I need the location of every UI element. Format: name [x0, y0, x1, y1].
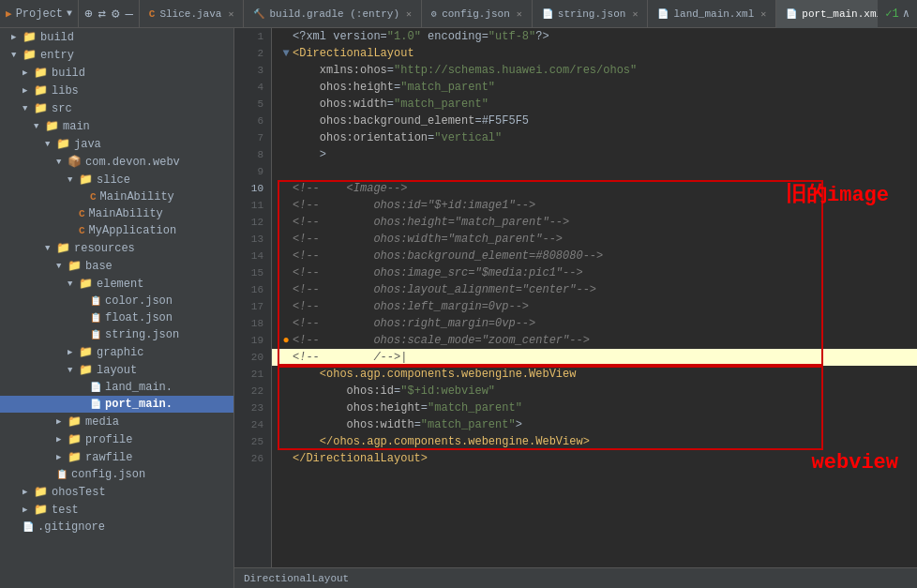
tab-string-json[interactable]: 📄 string.json ✕	[533, 0, 649, 28]
folder-icon: 📁	[56, 241, 70, 255]
folder-icon: 📁	[34, 485, 48, 499]
sidebar-item-land-main[interactable]: 📄 land_main.	[0, 379, 233, 396]
code-text: <!-- ohos:height="match_parent"-->	[293, 214, 569, 231]
tab-close-icon[interactable]: ✕	[760, 8, 766, 20]
tab-port-main-xml[interactable]: 📄 port_main.xml ✕	[776, 0, 878, 28]
code-line-9[interactable]	[272, 163, 917, 180]
chevron-up-icon[interactable]: ∧	[903, 7, 909, 21]
sidebar-item-main[interactable]: ▼ 📁 main	[0, 117, 233, 135]
sidebar-item-resources[interactable]: ▼ 📁 resources	[0, 239, 233, 257]
tab-close-icon[interactable]: ✕	[406, 8, 412, 20]
sidebar-item-label: layout	[97, 364, 137, 377]
tab-icon: 📄	[786, 8, 797, 20]
code-line-17[interactable]: <!-- ohos:left_margin=0vp-->	[272, 298, 917, 315]
sidebar-item-port-main[interactable]: 📄 port_main.	[0, 396, 233, 413]
code-line-11[interactable]: <!-- ohos:id="$+id:image1"-->	[272, 197, 917, 214]
code-line-25[interactable]: </ohos.agp.components.webengine.WebView>	[272, 433, 917, 450]
sidebar-item-label: base	[85, 260, 113, 273]
code-line-1[interactable]: <?xml version="1.0" encoding="utf-8"?>	[272, 28, 917, 45]
gutter-24	[279, 416, 293, 433]
sidebar-item-libs[interactable]: ▶ 📁 libs	[0, 82, 233, 99]
code-line-23[interactable]: ohos:height="match_parent"	[272, 400, 917, 416]
code-line-7[interactable]: ohos:orientation="vertical"	[272, 129, 917, 146]
sidebar-item-my-application[interactable]: C MyApplication	[0, 222, 233, 239]
line-number: 19	[234, 332, 271, 349]
code-line-10[interactable]: <!-- <Image-->	[272, 180, 917, 197]
sidebar-item-rawfile[interactable]: ▶ 📁 rawfile	[0, 448, 233, 466]
sidebar-item-label: rawfile	[85, 451, 132, 464]
tab-close-icon[interactable]: ✕	[517, 8, 522, 20]
code-line-18[interactable]: <!-- ohos:right_margin=0vp-->	[272, 315, 917, 332]
sidebar-item-src[interactable]: ▼ 📁 src	[0, 99, 233, 117]
sidebar-item-build-root[interactable]: ▶ 📁 build	[0, 28, 233, 46]
gutter-16	[279, 281, 293, 298]
project-label[interactable]: Project	[16, 8, 63, 21]
code-text: <!-- /-->|	[293, 349, 407, 366]
tab-slice-java[interactable]: C Slice.java ✕	[140, 0, 245, 28]
action-settings-icon[interactable]: ⚙	[112, 6, 119, 22]
code-line-12[interactable]: <!-- ohos:height="match_parent"-->	[272, 214, 917, 231]
sidebar-item-label: config.json	[71, 468, 145, 481]
tab-close-icon[interactable]: ✕	[228, 8, 233, 20]
sidebar-item-main-ability-slice[interactable]: C MainAbility	[0, 188, 233, 205]
xml-active-icon: 📄	[90, 399, 101, 410]
tab-config-json[interactable]: ⚙ config.json ✕	[422, 0, 533, 28]
folder-icon: 📁	[45, 119, 59, 133]
code-line-24[interactable]: ohos:width="match_parent">	[272, 416, 917, 433]
action-swap-icon[interactable]: ⇄	[98, 6, 106, 22]
tab-build-gradle[interactable]: 🔨 build.gradle (:entry) ✕	[244, 0, 422, 28]
sidebar-item-build-entry[interactable]: ▶ 📁 build	[0, 64, 233, 82]
sidebar-item-slice[interactable]: ▼ 📁 slice	[0, 171, 233, 188]
sidebar-item-java[interactable]: ▼ 📁 java	[0, 135, 233, 153]
sidebar-item-main-ability[interactable]: C MainAbility	[0, 205, 233, 222]
code-line-8[interactable]: >	[272, 146, 917, 163]
tab-close-icon[interactable]: ✕	[632, 8, 638, 20]
code-text: ohos:background_element=#F5F5F5	[293, 113, 529, 129]
code-line-5[interactable]: ohos:width="match_parent"	[272, 96, 917, 113]
action-add-icon[interactable]: ⊕	[84, 6, 92, 22]
sidebar-item-com-devon[interactable]: ▼ 📦 com.devon.webv	[0, 153, 233, 171]
sidebar-item-config-json[interactable]: 📋 config.json	[0, 466, 233, 483]
sidebar-item-test[interactable]: ▶ 📁 test	[0, 501, 233, 519]
sidebar-item-entry[interactable]: ▼ 📁 entry	[0, 46, 233, 64]
code-line-13[interactable]: <!-- ohos:width="match_parent"-->	[272, 231, 917, 248]
tab-label: Slice.java	[159, 8, 221, 20]
sidebar-item-gitignore[interactable]: 📄 .gitignore	[0, 519, 233, 535]
gutter-1	[279, 28, 293, 45]
package-icon: 📦	[68, 155, 82, 169]
code-line-2[interactable]: ▼ <DirectionalLayout	[272, 45, 917, 62]
code-line-20[interactable]: <!-- /-->|	[272, 349, 917, 366]
code-line-19[interactable]: ● <!-- ohos:scale_mode="zoom_center"-->	[272, 332, 917, 349]
code-line-21[interactable]: <ohos.agp.components.webengine.WebView	[272, 366, 917, 383]
gutter-21	[279, 366, 293, 383]
sidebar-item-profile[interactable]: ▶ 📁 profile	[0, 430, 233, 448]
line-number: 8	[234, 146, 271, 163]
gutter-22	[279, 383, 293, 400]
code-line-22[interactable]: ohos:id="$+id:webview"	[272, 383, 917, 400]
code-text: <!-- ohos:id="$+id:image1"-->	[293, 197, 535, 214]
code-line-4[interactable]: ohos:height="match_parent"	[272, 79, 917, 96]
code-editor[interactable]: 旧的image webview <?xml version="1.0" enco…	[272, 28, 917, 567]
tab-land-main-xml[interactable]: 📄 land_main.xml ✕	[648, 0, 776, 28]
code-line-6[interactable]: ohos:background_element=#F5F5F5	[272, 113, 917, 129]
line-number: 25	[234, 433, 271, 450]
sidebar-item-media[interactable]: ▶ 📁 media	[0, 413, 233, 430]
sidebar-item-graphic[interactable]: ▶ 📁 graphic	[0, 343, 233, 361]
sidebar-item-string-json[interactable]: 📋 string.json	[0, 326, 233, 343]
sidebar-item-ohos-test[interactable]: ▶ 📁 ohosTest	[0, 483, 233, 501]
status-bar: DirectionalLayout	[234, 567, 917, 588]
code-line-16[interactable]: <!-- ohos:layout_alignment="center"-->	[272, 281, 917, 298]
sidebar-item-color-json[interactable]: 📋 color.json	[0, 293, 233, 309]
sidebar-item-element[interactable]: ▼ 📁 element	[0, 275, 233, 293]
sidebar-item-float-json[interactable]: 📋 float.json	[0, 309, 233, 326]
code-line-3[interactable]: xmlns:ohos="http://schemas.huawei.com/re…	[272, 62, 917, 79]
code-line-15[interactable]: <!-- ohos:image_src="$media:pic1"-->	[272, 264, 917, 281]
project-dropdown-icon[interactable]: ▼	[67, 8, 72, 19]
sidebar-item-base[interactable]: ▼ 📁 base	[0, 257, 233, 275]
action-minimize-icon[interactable]: —	[125, 7, 132, 22]
line-numbers: 1 2 3 4 5 6 7 8 9 10 11 12 13 14 15 16 1…	[234, 28, 272, 567]
code-line-26[interactable]: </DirectionalLayout>	[272, 450, 917, 467]
code-line-14[interactable]: <!-- ohos:background_element=#808080-->	[272, 248, 917, 264]
sidebar-item-layout[interactable]: ▼ 📁 layout	[0, 361, 233, 379]
gutter-13	[279, 231, 293, 248]
